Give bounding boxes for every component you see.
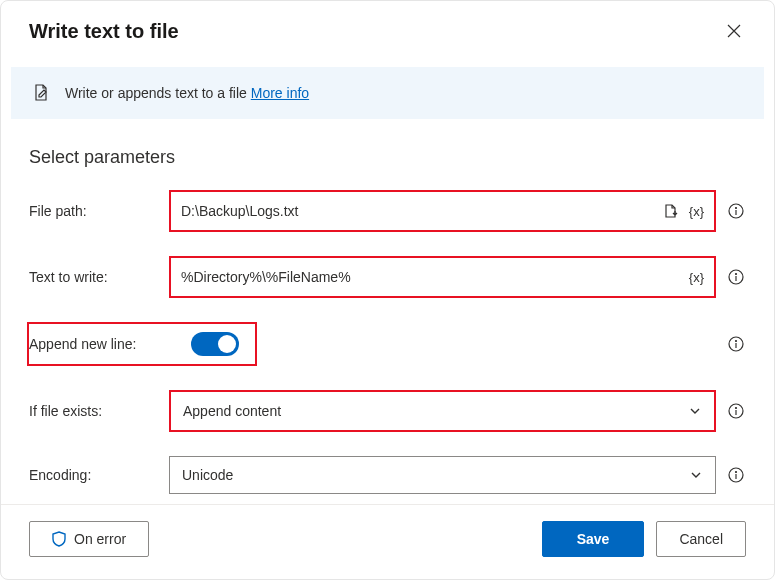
close-button[interactable] (722, 19, 746, 43)
file-path-input[interactable]: D:\Backup\Logs.txt {x} (171, 192, 714, 230)
close-icon (727, 24, 741, 38)
row-text-to-write: Text to write: %Directory%\%FileName% {x… (29, 256, 746, 298)
document-edit-icon (31, 83, 51, 103)
save-button[interactable]: Save (542, 521, 645, 557)
encoding-value: Unicode (182, 467, 233, 483)
info-banner: Write or appends text to a file More inf… (11, 67, 764, 119)
label-file-path: File path: (29, 203, 169, 219)
svg-point-5 (736, 341, 737, 342)
text-to-write-value: %Directory%\%FileName% (181, 269, 681, 285)
encoding-select[interactable]: Unicode (169, 456, 716, 494)
row-file-path: File path: D:\Backup\Logs.txt {x} (29, 190, 746, 232)
svg-point-1 (736, 208, 737, 209)
append-new-line-toggle[interactable] (191, 332, 239, 356)
file-path-value: D:\Backup\Logs.txt (181, 203, 653, 219)
info-icon[interactable] (726, 334, 746, 354)
row-append-new-line: Append new line: (29, 322, 746, 366)
shield-icon (52, 531, 66, 547)
chevron-down-icon (689, 468, 703, 482)
svg-point-7 (736, 408, 737, 409)
chevron-down-icon (688, 404, 702, 418)
dialog-title: Write text to file (29, 20, 179, 43)
more-info-link[interactable]: More info (251, 85, 309, 101)
banner-description: Write or appends text to a file (65, 85, 247, 101)
variable-picker-icon[interactable]: {x} (689, 270, 704, 285)
dialog-footer: On error Save Cancel (1, 504, 774, 579)
if-file-exists-select[interactable]: Append content (171, 392, 714, 430)
file-picker-icon[interactable] (661, 201, 681, 221)
label-text-to-write: Text to write: (29, 269, 169, 285)
row-if-file-exists: If file exists: Append content (29, 390, 746, 432)
label-if-file-exists: If file exists: (29, 403, 169, 419)
if-file-exists-value: Append content (183, 403, 281, 419)
info-icon[interactable] (726, 401, 746, 421)
text-to-write-input[interactable]: %Directory%\%FileName% {x} (171, 258, 714, 296)
content-area: Select parameters File path: D:\Backup\L… (1, 119, 774, 504)
info-icon[interactable] (726, 267, 746, 287)
cancel-button[interactable]: Cancel (656, 521, 746, 557)
banner-text: Write or appends text to a file More inf… (65, 85, 309, 101)
label-encoding: Encoding: (29, 467, 169, 483)
on-error-label: On error (74, 531, 126, 547)
variable-picker-icon[interactable]: {x} (689, 204, 704, 219)
info-icon[interactable] (726, 201, 746, 221)
on-error-button[interactable]: On error (29, 521, 149, 557)
row-encoding: Encoding: Unicode (29, 456, 746, 494)
section-title: Select parameters (29, 147, 746, 168)
svg-point-9 (736, 472, 737, 473)
dialog-header: Write text to file (1, 1, 774, 55)
svg-point-3 (736, 274, 737, 275)
info-icon[interactable] (726, 465, 746, 485)
label-append-new-line: Append new line: (29, 336, 167, 352)
